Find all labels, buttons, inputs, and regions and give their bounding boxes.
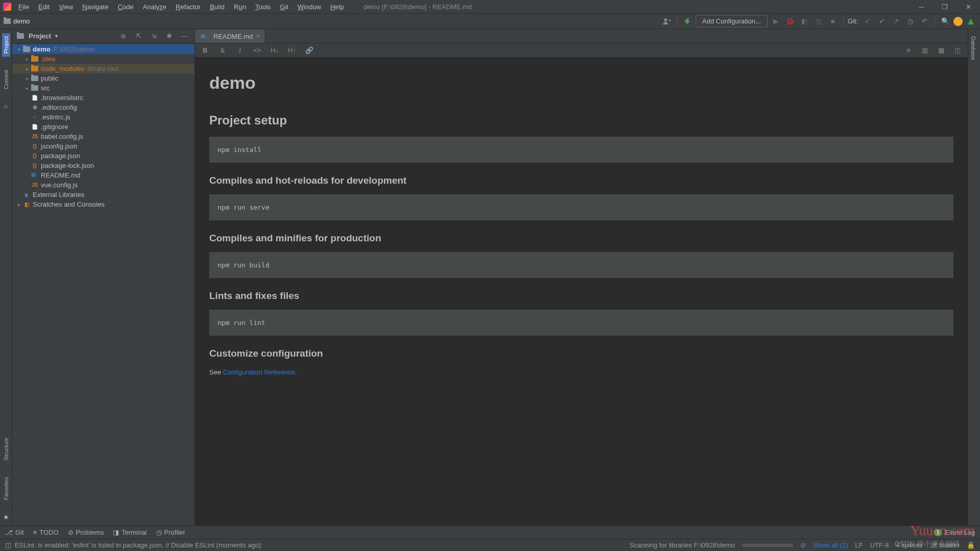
tool-structure[interactable]: Structure [2, 435, 10, 464]
strike-icon[interactable]: S̶ [216, 44, 229, 57]
close-icon[interactable]: ✕ [957, 0, 980, 14]
user-icon[interactable] [660, 15, 673, 28]
layout-icon[interactable]: ◫ [951, 44, 964, 57]
tree-file[interactable]: JSbabel.config.js [12, 132, 194, 141]
menu-code[interactable]: Code [114, 2, 138, 12]
add-configuration-button[interactable]: Add Configuration... [696, 15, 768, 28]
commit-icon: ○ [3, 103, 10, 110]
menu-file[interactable]: File [14, 2, 33, 12]
tree-folder[interactable]: ▸node_moduleslibrary root [12, 64, 194, 73]
tool-favorites[interactable]: Favorites [2, 474, 10, 503]
link-icon[interactable]: 🔗 [303, 44, 315, 57]
menu-window[interactable]: Window [293, 2, 325, 12]
tab-readme[interactable]: M↓ README.md × [195, 30, 265, 43]
cancel-scan-icon[interactable]: ⊘ [800, 541, 806, 549]
project-title[interactable]: Project [29, 32, 51, 40]
tree-folder[interactable]: ▸public [12, 73, 194, 83]
tree-file[interactable]: 📄.browserslistrc [12, 93, 194, 103]
collapse-all-icon[interactable]: ⇲ [148, 30, 160, 42]
tree-file[interactable]: {}package.json [12, 151, 194, 161]
chevron-down-icon[interactable]: ▼ [54, 34, 59, 39]
editor-only-icon[interactable]: ≡ [902, 44, 915, 57]
tab-problems[interactable]: ⊘Problems [68, 529, 104, 536]
tool-window-icon[interactable]: ◫ [5, 541, 11, 549]
hide-icon[interactable]: — [178, 30, 190, 42]
code-icon[interactable]: <> [251, 44, 263, 57]
tool-commit[interactable]: Commit [2, 67, 10, 92]
profile-icon[interactable]: ◷ [813, 15, 825, 28]
breadcrumb-project[interactable]: demo [13, 17, 30, 25]
split-view-icon[interactable]: ▥ [919, 44, 931, 57]
tree-file[interactable]: ○.eslintrc.js [12, 112, 194, 122]
git-commit-icon[interactable]: ✔ [875, 15, 888, 28]
tree-file[interactable]: JSvue.config.js [12, 180, 194, 190]
tree-folder[interactable]: ▸src [12, 83, 194, 93]
git-rollback-icon[interactable]: ↶ [918, 15, 930, 28]
tree-scratches[interactable]: ▸◧Scratches and Consoles [12, 199, 194, 209]
menu-run[interactable]: Run [230, 2, 250, 12]
menu-navigate[interactable]: Navigate [78, 2, 112, 12]
status-show-all[interactable]: Show all (2) [813, 541, 848, 549]
status-branch[interactable]: ⎇master [929, 541, 960, 549]
menu-git[interactable]: Git [276, 2, 292, 12]
select-opened-icon[interactable]: ⊕ [117, 30, 129, 42]
menu-build[interactable]: Build [206, 2, 229, 12]
event-badge: 1 [934, 529, 942, 536]
tree-root[interactable]: ▾ demo F:\0928\demo [12, 44, 194, 54]
git-history-icon[interactable]: ◷ [904, 15, 916, 28]
search-icon[interactable]: 🔍 [939, 15, 951, 28]
status-lf[interactable]: LF [855, 541, 863, 549]
menu-refactor[interactable]: Refactor [172, 2, 205, 12]
lock-icon[interactable]: 🔒 [967, 541, 975, 549]
hammer-icon[interactable] [681, 15, 694, 28]
debug-icon[interactable]: 🐞 [784, 15, 796, 28]
tab-git[interactable]: ⎇Git [5, 529, 24, 536]
tree-file[interactable]: 📄.gitignore [12, 122, 194, 132]
menu-help[interactable]: Help [326, 2, 348, 12]
window-title: demo [F:\0928\demo] - README.md [363, 3, 472, 11]
markdown-preview[interactable]: demo Project setup npm install Compiles … [195, 58, 968, 525]
tab-event-log[interactable]: Event Log [945, 529, 975, 536]
folder-icon [3, 17, 11, 26]
tree-file[interactable]: ⚙.editorconfig [12, 103, 194, 112]
close-tab-icon[interactable]: × [256, 32, 260, 40]
menu-analyze[interactable]: Analyze [139, 2, 170, 12]
status-encoding[interactable]: UTF-8 [870, 541, 889, 549]
tab-terminal[interactable]: ◨Terminal [113, 529, 146, 536]
tree-external[interactable]: ⫼External Libraries [12, 190, 194, 199]
git-pull-icon[interactable]: ✓ [861, 15, 873, 28]
menu-view[interactable]: View [55, 2, 77, 12]
settings-icon[interactable]: ✱ [163, 30, 175, 42]
config-ref-link[interactable]: Configuration Reference [223, 368, 295, 376]
tab-todo[interactable]: ≡TODO [33, 529, 59, 536]
tool-database[interactable]: Database [968, 33, 978, 63]
preview-only-icon[interactable]: ▦ [935, 44, 947, 57]
tree-file[interactable]: {}jsconfig.json [12, 141, 194, 151]
stop-icon[interactable]: ■ [827, 15, 839, 28]
menu-edit[interactable]: Edit [34, 2, 54, 12]
right-tool-strip: Database [968, 29, 980, 525]
avatar-icon[interactable] [953, 17, 963, 26]
status-indent[interactable]: 4 spaces [896, 541, 922, 549]
run-icon[interactable]: ▶ [770, 15, 782, 28]
git-push-icon[interactable]: ↗ [890, 15, 902, 28]
md-h1: demo [209, 73, 953, 93]
bold-icon[interactable]: B [199, 44, 211, 57]
expand-all-icon[interactable]: ⇱ [132, 30, 144, 42]
minimize-icon[interactable]: ─ [910, 0, 933, 14]
maximize-icon[interactable]: ❐ [933, 0, 957, 14]
ide-features-icon[interactable] [965, 15, 977, 28]
tree-file[interactable]: M↓README.md [12, 170, 194, 180]
tree-folder[interactable]: ▸.idea [12, 54, 194, 64]
tab-profiler[interactable]: ◷Profiler [156, 529, 185, 536]
menu-tools[interactable]: Tools [251, 2, 275, 12]
md-h3: Customize configuration [209, 348, 953, 359]
coverage-icon[interactable]: ◧ [798, 15, 811, 28]
tool-project[interactable]: Project [2, 33, 10, 57]
branch-icon: ⎇ [929, 541, 937, 549]
git-label: Git: [848, 17, 858, 25]
italic-icon[interactable]: I [234, 44, 246, 57]
header-up-icon[interactable]: H↑ [286, 44, 298, 57]
tree-file[interactable]: {}package-lock.json [12, 161, 194, 170]
header-down-icon[interactable]: H↓ [268, 44, 281, 57]
